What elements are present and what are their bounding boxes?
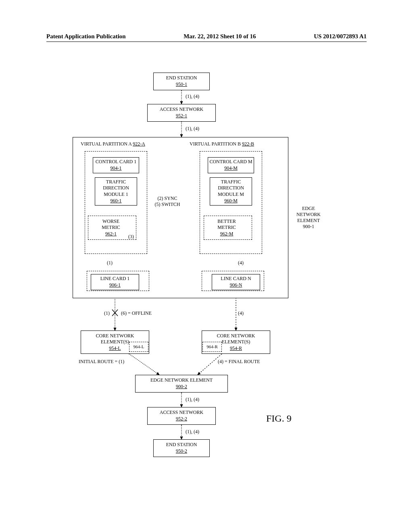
access-network-2-ref: 952-2 (148, 416, 215, 422)
control-card-m-title: CONTROL CARD M (208, 159, 254, 165)
offline-label: (6) = OFFLINE (121, 310, 152, 316)
svg-line-7 (112, 310, 118, 316)
conn-1-4-c: (1), (4) (186, 397, 199, 403)
conn-1-offline-left: (1) (104, 310, 110, 316)
edge-network-element-2: EDGE NETWORK ELEMENT 900-2 (135, 375, 228, 393)
control-card-m-ref: 904-M (208, 165, 254, 172)
better-metric: BETTER METRIC 962-M (211, 218, 243, 237)
core-r-sub: 964-R (206, 344, 218, 349)
access-network-1-title: ACCESS NETWORK (148, 106, 215, 113)
partition-a-ref: 922-A (133, 141, 145, 147)
initial-route-label: INITIAL ROUTE = (1) (79, 359, 124, 365)
edge-network-element-1-label: EDGE NETWORK ELEMENT 900-1 (292, 206, 325, 230)
conn-1-down: (1) (107, 260, 113, 266)
traffic-direction-module-1: TRAFFIC DIRECTION MODULE 1 960-1 (95, 177, 137, 206)
end-station-1: END STATION 950-1 (153, 73, 210, 90)
header-right: US 2012/0072893 A1 (314, 33, 367, 40)
control-card-m: CONTROL CARD M 904-M (208, 157, 254, 173)
tdm-m-ref: 960-M (210, 198, 252, 204)
header-center: Mar. 22, 2012 Sheet 10 of 16 (184, 33, 256, 40)
tdm-m-title: TRAFFIC DIRECTION MODULE M (210, 179, 252, 198)
conn-4-right: (4) (238, 310, 244, 316)
line-card-1-title: LINE CARD 1 (91, 276, 139, 282)
partition-b-ref: 922-B (242, 141, 254, 147)
svg-line-8 (112, 310, 118, 316)
end-station-2: END STATION 950-2 (153, 439, 210, 457)
figure-label: FIG. 9 (266, 413, 292, 424)
worse-metric-ref: 962-1 (95, 231, 127, 237)
line-card-n: LINE CARD N 906-N (212, 274, 260, 290)
partition-b-label: VIRTUAL PARTITION B 922-B (190, 141, 254, 147)
conn-1-4-d: (1), (4) (186, 429, 199, 435)
worse-metric: WORSE METRIC 962-1 (95, 218, 127, 237)
access-network-2: ACCESS NETWORK 952-2 (147, 407, 216, 425)
edge-2-ref: 900-2 (136, 384, 227, 390)
metric-1-note: (3) (128, 234, 134, 240)
end-station-2-title: END STATION (154, 442, 209, 448)
control-card-1-ref: 904-1 (93, 165, 139, 172)
line-card-1-ref: 906-1 (91, 282, 139, 289)
partition-b-text: VIRTUAL PARTITION B (190, 141, 241, 147)
access-network-1: ACCESS NETWORK 952-1 (147, 104, 216, 122)
line-card-1: LINE CARD 1 906-1 (91, 274, 139, 290)
sync-switch-label: (2) SYNC (5) SWITCH (151, 195, 184, 208)
access-network-1-ref: 952-1 (148, 113, 215, 119)
final-route-label: (4) = FINAL ROUTE (218, 359, 260, 365)
conn-1-4-b: (1), (4) (186, 126, 199, 132)
access-network-2-title: ACCESS NETWORK (148, 409, 215, 416)
header-left: Patent Application Publication (46, 33, 126, 40)
edge-2-title: EDGE NETWORK ELEMENT (136, 377, 227, 384)
page-header: Patent Application Publication Mar. 22, … (46, 33, 367, 42)
control-card-1: CONTROL CARD 1 904-1 (93, 157, 139, 173)
diagram-container: END STATION 950-1 (1), (4) ACCESS NETWOR… (69, 73, 351, 492)
worse-metric-title: WORSE METRIC (95, 218, 127, 231)
end-station-1-ref: 950-1 (154, 81, 209, 88)
traffic-direction-module-m: TRAFFIC DIRECTION MODULE M 960-M (210, 177, 252, 206)
better-metric-title: BETTER METRIC (211, 218, 243, 231)
svg-line-10 (129, 354, 159, 375)
tdm-1-title: TRAFFIC DIRECTION MODULE 1 (95, 179, 137, 198)
end-station-1-title: END STATION (154, 75, 209, 81)
core-l-sub: 964-L (133, 344, 144, 349)
partition-a-label: VIRTUAL PARTITION A 922-A (81, 141, 145, 147)
better-metric-ref: 962-M (211, 231, 243, 237)
end-station-2-ref: 950-2 (154, 448, 209, 455)
control-card-1-title: CONTROL CARD 1 (93, 159, 139, 165)
core-r-sub-dashed: 964-R (202, 342, 222, 352)
core-l-sub-dashed: 964-L (129, 342, 148, 352)
line-card-n-ref: 906-N (212, 282, 260, 289)
conn-1-4-a: (1), (4) (186, 94, 199, 100)
partition-a-text: VIRTUAL PARTITION A (81, 141, 131, 147)
conn-4-down: (4) (238, 260, 244, 266)
line-card-n-title: LINE CARD N (212, 276, 260, 282)
tdm-1-ref: 960-1 (95, 198, 137, 204)
